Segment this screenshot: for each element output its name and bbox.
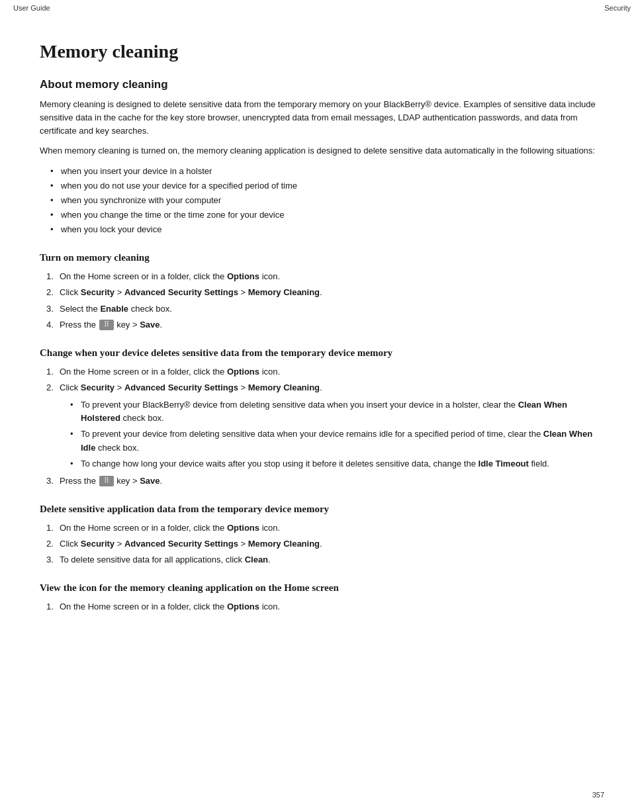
- header-left: User Guide: [13, 4, 50, 12]
- about-paragraph1: Memory cleaning is designed to delete se…: [40, 98, 604, 138]
- step-item: 2. Click Security > Advanced Security Se…: [40, 286, 604, 299]
- view-title: View the icon for the memory cleaning ap…: [40, 582, 604, 594]
- menu-key-icon: [99, 476, 114, 486]
- header-right: Security: [604, 4, 631, 12]
- turn-on-title: Turn on memory cleaning: [40, 252, 604, 263]
- step-item: 2. Click Security > Advanced Security Se…: [40, 537, 604, 551]
- about-bullets: when you insert your device in a holster…: [50, 165, 604, 237]
- step-item: 2. Click Security > Advanced Security Se…: [40, 381, 604, 471]
- step-item: 3. To delete sensitive data for all appl…: [40, 553, 604, 566]
- about-title: About memory cleaning: [40, 78, 604, 91]
- bullet-item: when you do not use your device for a sp…: [50, 179, 604, 193]
- sub-bullet-item: To prevent your BlackBerry® device from …: [70, 398, 604, 425]
- page-header: User Guide Security: [0, 0, 644, 15]
- about-paragraph2: When memory cleaning is turned on, the m…: [40, 144, 604, 158]
- step-item: 1. On the Home screen or in a folder, cl…: [40, 365, 604, 379]
- bullet-item: when you synchronize with your computer: [50, 194, 604, 207]
- bullet-item: when you insert your device in a holster: [50, 165, 604, 178]
- step-item: 4. Press the key > Save.: [40, 318, 604, 332]
- change-title: Change when your device deletes sensitiv…: [40, 347, 604, 359]
- step-item: 1. On the Home screen or in a folder, cl…: [40, 600, 604, 613]
- change-sub-bullets: To prevent your BlackBerry® device from …: [70, 398, 604, 471]
- step-item: 1. On the Home screen or in a folder, cl…: [40, 521, 604, 535]
- change-steps: 1. On the Home screen or in a folder, cl…: [40, 365, 604, 488]
- menu-key-icon: [99, 320, 114, 330]
- page-number: 357: [592, 791, 604, 799]
- sub-bullet-item: To change how long your device waits aft…: [70, 457, 604, 471]
- bullet-item: when you lock your device: [50, 223, 604, 236]
- delete-steps: 1. On the Home screen or in a folder, cl…: [40, 521, 604, 566]
- step-item: 3. Select the Enable check box.: [40, 302, 604, 316]
- sub-bullet-item: To prevent your device from deleting sen…: [70, 428, 604, 454]
- step-item: 3. Press the key > Save.: [40, 474, 604, 488]
- view-steps: 1. On the Home screen or in a folder, cl…: [40, 600, 604, 613]
- turn-on-steps: 1. On the Home screen or in a folder, cl…: [40, 270, 604, 332]
- page-content: Memory cleaning About memory cleaning Me…: [0, 15, 644, 662]
- page-footer: 357: [592, 791, 604, 799]
- main-title: Memory cleaning: [40, 41, 604, 62]
- delete-title: Delete sensitive application data from t…: [40, 504, 604, 515]
- bullet-item: when you change the time or the time zon…: [50, 208, 604, 222]
- step-item: 1. On the Home screen or in a folder, cl…: [40, 270, 604, 283]
